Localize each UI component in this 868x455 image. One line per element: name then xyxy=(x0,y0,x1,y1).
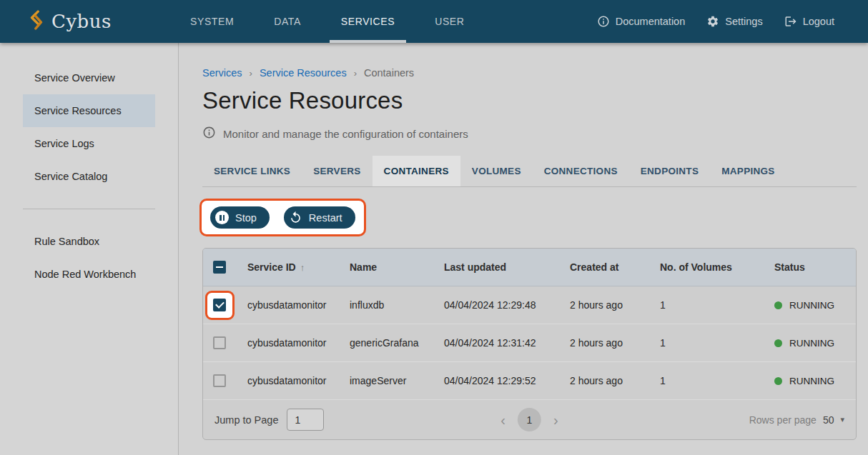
breadcrumb-separator-icon: › xyxy=(354,68,357,79)
logout-label: Logout xyxy=(803,16,834,27)
settings-label: Settings xyxy=(725,16,762,27)
logout-icon xyxy=(784,15,797,28)
cell-last-updated: 04/04/2024 12:29:52 xyxy=(433,375,558,386)
gear-icon xyxy=(706,15,719,28)
cell-volumes: 1 xyxy=(648,299,763,311)
cell-name: genericGrafana xyxy=(338,337,433,349)
brand-name: Cybus xyxy=(51,11,112,32)
status-running-icon xyxy=(774,301,782,309)
cell-volumes: 1 xyxy=(648,375,763,386)
cell-service-id: cybusdatamonitor xyxy=(236,337,338,349)
table-row-imageserver[interactable]: cybusdatamonitor imageServer 04/04/2024 … xyxy=(203,362,856,400)
rows-per-page-value: 50 xyxy=(823,414,834,426)
column-header-service-id[interactable]: Service ID ↑ xyxy=(247,261,305,273)
stop-button-label: Stop xyxy=(235,212,257,224)
resource-tabs: SERVICE LINKS SERVERS CONTAINERS VOLUMES… xyxy=(202,156,857,187)
logout-link[interactable]: Logout xyxy=(784,15,834,28)
nav-item-data[interactable]: DATA xyxy=(262,0,312,43)
settings-link[interactable]: Settings xyxy=(706,15,762,28)
cybus-logo-icon xyxy=(29,10,44,33)
restart-button[interactable]: Restart xyxy=(284,206,355,229)
tab-containers[interactable]: CONTAINERS xyxy=(373,156,460,186)
cell-last-updated: 04/04/2024 12:29:48 xyxy=(433,299,558,311)
sidebar-item-rule-sandbox[interactable]: Rule Sandbox xyxy=(23,225,155,258)
pagination: ‹ 1 › xyxy=(498,408,561,431)
table-row-influxdb[interactable]: cybusdatamonitor influxdb 04/04/2024 12:… xyxy=(203,286,856,324)
status-running-icon xyxy=(774,339,782,347)
chevron-down-icon: ▾ xyxy=(840,415,844,424)
breadcrumb-service-resources[interactable]: Service Resources xyxy=(260,67,347,79)
top-navbar: Cybus SYSTEM DATA SERVICES USER Document… xyxy=(0,0,868,43)
sidebar-item-service-overview[interactable]: Service Overview xyxy=(23,61,155,94)
cell-volumes: 1 xyxy=(648,337,763,349)
cell-created-at: 2 hours ago xyxy=(558,375,648,386)
column-header-name[interactable]: Name xyxy=(338,261,433,273)
cybus-logo[interactable]: Cybus xyxy=(0,0,179,43)
navbar-right: Documentation Settings Logout xyxy=(597,0,868,43)
pause-icon xyxy=(215,211,229,224)
tab-servers[interactable]: SERVERS xyxy=(302,156,372,186)
row-checkbox[interactable] xyxy=(213,299,226,311)
cell-name: influxdb xyxy=(338,299,433,311)
restart-icon xyxy=(289,211,302,224)
cell-name: imageServer xyxy=(338,375,433,386)
breadcrumb-separator-icon: › xyxy=(250,68,252,79)
table-row-genericgrafana[interactable]: cybusdatamonitor genericGrafana 04/04/20… xyxy=(203,324,856,362)
breadcrumb: Services › Service Resources › Container… xyxy=(202,67,857,79)
nav-item-user[interactable]: USER xyxy=(423,0,475,43)
jump-to-page: Jump to Page xyxy=(214,409,324,431)
tab-mappings[interactable]: MAPPINGS xyxy=(710,156,786,186)
row-checkbox[interactable] xyxy=(213,336,226,349)
current-page-button[interactable]: 1 xyxy=(518,408,541,431)
rows-per-page-select[interactable]: Rows per page 50 ▾ xyxy=(749,414,844,426)
table-footer: Jump to Page ‹ 1 › Rows per page 50 ▾ xyxy=(203,400,856,439)
info-icon xyxy=(597,15,610,28)
main-nav: SYSTEM DATA SERVICES USER xyxy=(179,0,493,43)
info-icon xyxy=(202,126,216,141)
page-title: Service Resources xyxy=(202,87,857,114)
jump-to-page-label: Jump to Page xyxy=(214,414,278,426)
page-subtitle: Monitor and manage the configuration of … xyxy=(202,126,857,141)
jump-to-page-input[interactable] xyxy=(287,409,324,431)
tab-connections[interactable]: CONNECTIONS xyxy=(533,156,629,186)
restart-button-label: Restart xyxy=(309,212,342,224)
containers-table: Service ID ↑ Name Last updated Created a… xyxy=(202,248,857,440)
cell-status: RUNNING xyxy=(763,338,856,349)
column-header-created-at[interactable]: Created at xyxy=(558,261,648,273)
table-header-row: Service ID ↑ Name Last updated Created a… xyxy=(203,249,856,286)
main-content: Services › Service Resources › Container… xyxy=(179,43,868,455)
cell-created-at: 2 hours ago xyxy=(558,337,648,349)
tab-service-links[interactable]: SERVICE LINKS xyxy=(202,156,302,186)
cell-service-id: cybusdatamonitor xyxy=(236,299,338,311)
nav-item-services[interactable]: SERVICES xyxy=(330,0,406,43)
documentation-label: Documentation xyxy=(616,16,686,27)
sidebar-item-service-resources[interactable]: Service Resources xyxy=(23,94,155,127)
nav-item-system[interactable]: SYSTEM xyxy=(179,0,245,43)
sort-ascending-icon: ↑ xyxy=(300,262,305,273)
sidebar-item-service-logs[interactable]: Service Logs xyxy=(23,127,155,160)
column-header-last-updated[interactable]: Last updated xyxy=(433,261,558,273)
previous-page-icon[interactable]: ‹ xyxy=(498,413,508,427)
column-header-status[interactable]: Status xyxy=(763,261,856,273)
actions-highlight-annotation: Stop Restart xyxy=(199,199,366,236)
breadcrumb-current: Containers xyxy=(364,67,414,79)
select-all-checkbox[interactable] xyxy=(213,261,226,274)
page-subtitle-text: Monitor and manage the configuration of … xyxy=(223,128,468,140)
sidebar-item-service-catalog[interactable]: Service Catalog xyxy=(23,160,155,193)
cell-created-at: 2 hours ago xyxy=(558,299,648,311)
status-running-icon xyxy=(774,377,782,385)
documentation-link[interactable]: Documentation xyxy=(597,15,686,28)
sidebar-item-node-red-workbench[interactable]: Node Red Workbench xyxy=(23,258,155,291)
sidebar: Service Overview Service Resources Servi… xyxy=(0,43,179,455)
checkbox-highlight-annotation xyxy=(205,291,235,320)
cell-status: RUNNING xyxy=(763,300,856,311)
tab-endpoints[interactable]: ENDPOINTS xyxy=(629,156,710,186)
next-page-icon[interactable]: › xyxy=(551,413,561,427)
column-header-volumes[interactable]: No. of Volumes xyxy=(648,261,763,273)
row-checkbox[interactable] xyxy=(213,374,226,387)
cell-status: RUNNING xyxy=(763,376,856,386)
tab-volumes[interactable]: VOLUMES xyxy=(460,156,533,186)
stop-button[interactable]: Stop xyxy=(210,206,270,229)
cell-service-id: cybusdatamonitor xyxy=(236,375,338,386)
breadcrumb-services[interactable]: Services xyxy=(202,67,242,79)
